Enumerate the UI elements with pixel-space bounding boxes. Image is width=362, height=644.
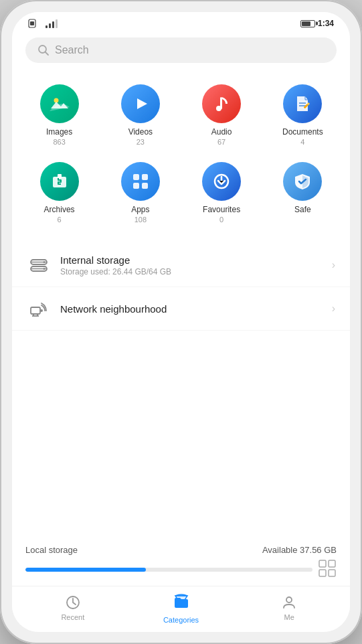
favourites-label: Favourites — [203, 205, 240, 214]
internal-storage-subtitle: Storage used: 26.44 GB/64 GB — [60, 267, 323, 276]
categories-grid: Images 863 Videos 23 — [12, 72, 350, 241]
network-chevron: › — [332, 303, 335, 315]
svg-rect-14 — [142, 174, 148, 180]
category-item-images[interactable]: Images 863 — [19, 78, 100, 153]
search-placeholder: Search — [55, 44, 89, 56]
videos-count: 23 — [137, 138, 145, 146]
storage-bar-wrap — [25, 559, 337, 580]
status-bar: 1:34 — [12, 12, 350, 31]
phone-shell: 1:34 Search — [0, 0, 362, 644]
bottom-storage: Local storage Available 37.56 GB — [12, 538, 350, 586]
images-count: 863 — [53, 138, 65, 146]
svg-point-22 — [43, 261, 46, 263]
internal-storage-icon — [27, 253, 51, 277]
recent-icon — [65, 594, 81, 611]
svg-line-3 — [46, 52, 49, 56]
network-text: Network neighbourhood — [60, 303, 323, 315]
images-icon-bg — [40, 84, 79, 123]
internal-storage-item[interactable]: Internal storage Storage used: 26.44 GB/… — [12, 244, 350, 287]
recent-label: Recent — [61, 613, 84, 621]
me-label: Me — [284, 613, 294, 621]
apps-label: Apps — [131, 205, 149, 214]
category-item-favourites[interactable]: Favourites 0 — [181, 155, 262, 230]
nav-me[interactable]: Me — [235, 594, 343, 621]
svg-rect-7 — [220, 97, 222, 109]
apps-icon — [130, 171, 151, 191]
svg-rect-31 — [319, 570, 326, 576]
storage-bar-bg — [25, 568, 312, 572]
bottom-nav: Recent Categories — [12, 586, 350, 632]
audio-icon-bg — [202, 84, 241, 123]
network-icon — [27, 297, 51, 321]
svg-rect-29 — [319, 560, 326, 567]
clock: 1:34 — [318, 19, 334, 28]
local-storage-available: Available 37.56 GB — [262, 545, 337, 555]
sim-icon — [28, 19, 43, 28]
status-right: 1:34 — [300, 19, 334, 28]
network-title: Network neighbourhood — [60, 303, 323, 315]
category-item-archives[interactable]: Archives 6 — [19, 155, 100, 230]
safe-icon — [292, 171, 312, 191]
storage-section: Internal storage Storage used: 26.44 GB/… — [12, 244, 350, 331]
videos-icon-bg — [121, 84, 160, 123]
signal-bars — [46, 19, 58, 28]
category-item-videos[interactable]: Videos 23 — [100, 78, 181, 153]
categories-label: Categories — [163, 616, 199, 624]
archives-count: 6 — [58, 216, 62, 224]
svg-marker-5 — [137, 98, 147, 109]
nav-recent[interactable]: Recent — [19, 594, 127, 621]
storage-bar-fill — [25, 568, 146, 572]
svg-rect-16 — [142, 183, 148, 189]
svg-rect-12 — [58, 174, 62, 178]
archives-label: Archives — [44, 205, 75, 214]
images-icon — [50, 94, 70, 114]
main-content: Images 863 Videos 23 — [12, 72, 350, 538]
internal-storage-text: Internal storage Storage used: 26.44 GB/… — [60, 254, 323, 276]
images-label: Images — [46, 127, 72, 137]
svg-rect-15 — [133, 183, 139, 189]
svg-point-34 — [286, 597, 292, 602]
apps-count: 108 — [134, 216, 147, 224]
svg-point-28 — [40, 309, 43, 312]
me-icon — [281, 594, 297, 611]
category-item-audio[interactable]: Audio 67 — [181, 78, 262, 153]
svg-rect-24 — [31, 307, 40, 314]
documents-label: Documents — [282, 127, 323, 137]
local-storage-label: Local storage — [25, 545, 78, 555]
nav-categories[interactable]: Categories — [127, 592, 236, 624]
archives-icon-bg — [40, 162, 79, 201]
audio-label: Audio — [211, 127, 232, 137]
videos-icon — [130, 94, 151, 114]
favourites-icon-bg — [202, 162, 241, 201]
storage-label-row: Local storage Available 37.56 GB — [25, 545, 337, 555]
search-bar-wrap: Search — [12, 31, 350, 72]
apps-icon-bg — [121, 162, 160, 201]
documents-icon — [292, 94, 312, 114]
svg-point-23 — [43, 268, 46, 270]
category-item-safe[interactable]: Safe — [262, 155, 343, 230]
favourites-count: 0 — [219, 216, 223, 224]
audio-count: 67 — [217, 138, 225, 146]
battery-icon — [300, 20, 315, 27]
favourites-icon — [211, 171, 232, 191]
phone-screen: 1:34 Search — [12, 12, 350, 632]
svg-rect-1 — [30, 21, 34, 25]
network-item[interactable]: Network neighbourhood › — [12, 287, 350, 331]
status-left — [28, 19, 58, 28]
search-bar[interactable]: Search — [25, 37, 337, 63]
categories-folder-icon — [173, 594, 189, 611]
storage-bar-icon — [318, 559, 337, 580]
safe-label: Safe — [294, 205, 311, 214]
category-item-apps[interactable]: Apps 108 — [100, 155, 181, 230]
internal-storage-title: Internal storage — [60, 254, 323, 266]
audio-icon — [211, 94, 232, 114]
documents-icon-bg — [283, 84, 322, 123]
documents-count: 4 — [300, 138, 304, 146]
safe-icon-bg — [283, 162, 322, 201]
category-item-documents[interactable]: Documents 4 — [262, 78, 343, 153]
battery-fill — [302, 21, 311, 26]
svg-rect-30 — [329, 560, 335, 567]
archives-icon — [50, 171, 70, 191]
videos-label: Videos — [128, 127, 153, 137]
svg-rect-13 — [133, 174, 139, 180]
